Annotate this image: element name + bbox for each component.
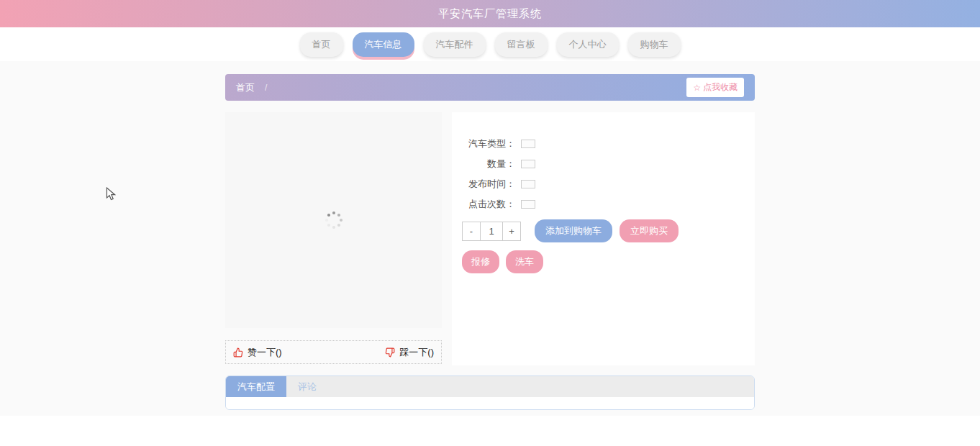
app-title: 平安汽车厂管理系统 (438, 7, 542, 21)
like-button[interactable]: 赞一下() (233, 346, 282, 359)
nav-item-car-info[interactable]: 汽车信息 (353, 32, 414, 57)
car-type-value (521, 140, 535, 148)
field-row-quantity: 数量： (462, 158, 740, 170)
stepper-decrease-button[interactable]: - (462, 222, 481, 241)
app-header: 平安汽车厂管理系统 (0, 0, 980, 27)
collect-button[interactable]: ☆ 点我收藏 (686, 78, 744, 97)
feedback-bar: 赞一下() 踩一下() (225, 340, 442, 364)
thumbs-up-icon (233, 347, 243, 358)
add-to-cart-button[interactable]: 添加到购物车 (535, 219, 612, 242)
detail-tabbar: 汽车配置 评论 (226, 376, 754, 397)
loading-spinner-icon (323, 209, 345, 231)
quantity-label: 数量： (462, 158, 515, 170)
quantity-stepper: - 1 + (462, 222, 521, 241)
detail-tab-content (226, 397, 754, 409)
nav-item-home[interactable]: 首页 (300, 32, 343, 57)
publish-time-value (521, 180, 535, 188)
main-area: 首页 / ☆ 点我收藏 (0, 61, 980, 416)
stepper-increase-button[interactable]: + (502, 222, 521, 241)
click-count-value (521, 200, 535, 209)
quantity-value (521, 160, 535, 168)
breadcrumb-home-link[interactable]: 首页 (236, 81, 255, 94)
dislike-label: 踩一下() (399, 346, 434, 359)
nav-item-car-parts[interactable]: 汽车配件 (424, 32, 486, 57)
product-image-placeholder (225, 112, 442, 328)
like-label: 赞一下() (248, 346, 282, 359)
page-footer (0, 416, 980, 446)
repair-button[interactable]: 报修 (462, 250, 499, 273)
main-nav: 首页 汽车信息 汽车配件 留言板 个人中心 购物车 (0, 27, 980, 61)
breadcrumb: 首页 / ☆ 点我收藏 (225, 74, 755, 101)
field-row-publish-time: 发布时间： (462, 178, 740, 191)
nav-item-personal-center[interactable]: 个人中心 (557, 32, 619, 57)
collect-button-label: 点我收藏 (703, 81, 738, 94)
nav-item-message-board[interactable]: 留言板 (495, 32, 548, 57)
publish-time-label: 发布时间： (462, 178, 515, 191)
click-count-label: 点击次数： (462, 198, 515, 211)
product-media-column: 赞一下() 踩一下() (225, 112, 442, 364)
field-row-click-count: 点击次数： (462, 198, 740, 211)
product-info-panel: 汽车类型： 数量： 发布时间： 点击次数： - (452, 112, 755, 365)
field-row-car-type: 汽车类型： (462, 137, 740, 150)
wash-button[interactable]: 洗车 (506, 250, 543, 273)
tab-car-config[interactable]: 汽车配置 (226, 376, 286, 397)
star-icon: ☆ (693, 83, 701, 93)
detail-section: 汽车配置 评论 (225, 376, 755, 410)
dislike-button[interactable]: 踩一下() (385, 346, 434, 359)
stepper-quantity-input[interactable]: 1 (480, 222, 503, 241)
car-type-label: 汽车类型： (462, 137, 515, 150)
buy-now-button[interactable]: 立即购买 (620, 219, 679, 242)
tab-comments[interactable]: 评论 (286, 376, 328, 397)
breadcrumb-separator: / (265, 83, 267, 93)
nav-item-shopping-cart[interactable]: 购物车 (628, 32, 681, 57)
thumbs-down-icon (385, 347, 395, 358)
